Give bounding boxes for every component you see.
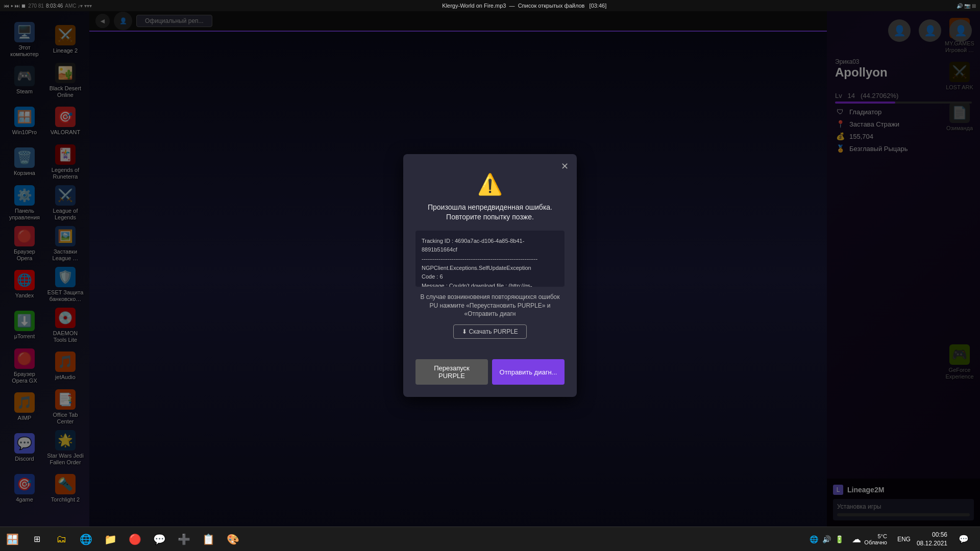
dialog-title-line2: Повторите попытку позже.	[415, 212, 565, 222]
dialog-error-box: Tracking ID : 4690a7ac-d106-4a85-8b41-88…	[415, 231, 565, 287]
dialog-header: ✕	[403, 154, 577, 172]
topbar-controls: ⏮ ▶ ⏭ ⏹ 270 81 8:03:46 AMC ♪▾ ▾▾▾	[0, 3, 96, 9]
track-name: Klergy-World on Fire.mp3	[442, 3, 506, 9]
weather-text: Облачно	[864, 539, 887, 545]
browser-taskbar[interactable]: 🌐	[74, 527, 98, 552]
dialog-info-text: В случае возникновения повторяющихся оши…	[415, 293, 565, 318]
dialog-divider: ----------------------------------------…	[422, 255, 558, 264]
topbar: ⏮ ▶ ⏭ ⏹ 270 81 8:03:46 AMC ♪▾ ▾▾▾ Klergy…	[0, 0, 980, 11]
taskbar-clock: 00:56 08.12.2021	[917, 531, 947, 548]
taskbar-time: 00:56	[917, 531, 947, 539]
download-purple-button[interactable]: ⬇ Скачать PURPLE	[453, 324, 527, 339]
playlist-name: Список открытых файлов	[518, 3, 585, 9]
start-button[interactable]: 🪟	[0, 527, 24, 552]
track-duration: [03:46]	[590, 3, 607, 9]
weather-widget: ☁ 5°C Облачно	[848, 533, 891, 545]
dialog-title: Произошла непредвиденная ошибка. Повтори…	[415, 203, 565, 222]
network-icon[interactable]: 🌐	[810, 535, 818, 543]
taskbar-date: 08.12.2021	[917, 539, 947, 548]
battery-icon[interactable]: 🔋	[835, 535, 844, 543]
volume-icon[interactable]: 🔊	[822, 535, 831, 543]
dialog-footer: Перезапуск PURPLE Отправить диагн...	[403, 359, 577, 397]
topbar-right: 🔊 📷 ⊞	[952, 3, 980, 9]
add-taskbar[interactable]: ➕	[172, 527, 196, 552]
weather-icon: ☁	[852, 534, 861, 545]
dialog-message: Message : Couldn't download file : (http…	[422, 282, 558, 287]
temperature: 5°C	[877, 533, 887, 539]
dialog-body: ⚠️ Произошла непредвиденная ошибка. Повт…	[403, 172, 577, 360]
restart-purple-button[interactable]: Перезапуск PURPLE	[415, 359, 488, 385]
dialog-close-button[interactable]: ✕	[558, 160, 571, 172]
dialog-exception: NGPClient.Exceptions.SelfUpdateException	[422, 264, 558, 273]
dialog-title-line1: Произошла непредвиденная ошибка.	[415, 203, 565, 213]
warning-icon: ⚠️	[415, 172, 565, 196]
topbar-time: 8:03:46	[46, 3, 63, 9]
discord-taskbar[interactable]: 💬	[147, 527, 172, 552]
explorer-taskbar[interactable]: 📋	[196, 527, 220, 552]
task-view-button[interactable]: ⊞	[24, 527, 49, 552]
topbar-track: Klergy-World on Fire.mp3 — Список открыт…	[96, 3, 952, 9]
files-taskbar[interactable]: 📁	[98, 527, 122, 552]
send-diagnostics-button[interactable]: Отправить диагн...	[492, 359, 565, 385]
language-indicator[interactable]: ENG	[895, 536, 913, 543]
editor-taskbar[interactable]: 🎨	[220, 527, 245, 552]
file-manager-taskbar[interactable]: 🗂	[49, 527, 74, 552]
dialog-code: Code : 6	[422, 272, 558, 282]
dialog-tracking-id: Tracking ID : 4690a7ac-d106-4a85-8b41-88…	[422, 237, 558, 255]
dialog-overlay: ✕ ⚠️ Произошла непредвиденная ошибка. По…	[0, 0, 980, 551]
taskbar-system-tray: 🌐 🔊 🔋	[810, 535, 844, 543]
error-dialog: ✕ ⚠️ Произошла непредвиденная ошибка. По…	[403, 154, 577, 397]
opera-taskbar[interactable]: 🔴	[122, 527, 147, 552]
taskbar: 🪟 ⊞ 🗂 🌐 📁 🔴 💬 ➕ 📋	[0, 527, 980, 551]
weather-info: 5°C Облачно	[864, 533, 887, 545]
desktop: ⏮ ▶ ⏭ ⏹ 270 81 8:03:46 AMC ♪▾ ▾▾▾ Klergy…	[0, 0, 980, 551]
notifications-button[interactable]: 💬	[951, 527, 976, 552]
taskbar-right: 🌐 🔊 🔋 ☁ 5°C Облачно ENG 00:56 08.12.2021	[805, 527, 980, 551]
